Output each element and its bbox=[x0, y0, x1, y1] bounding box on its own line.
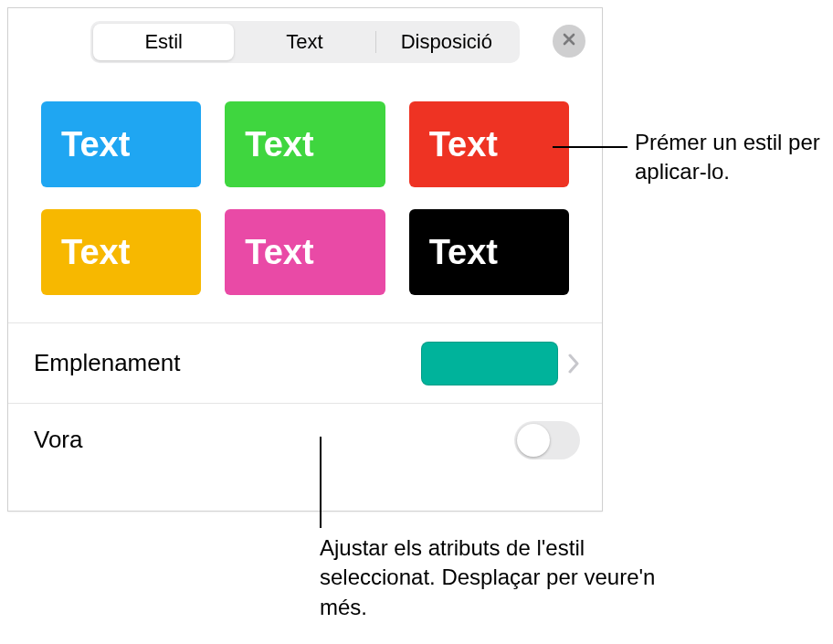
tab-text[interactable]: Text bbox=[234, 24, 374, 60]
close-icon bbox=[562, 32, 576, 50]
tab-style-label: Estil bbox=[144, 30, 183, 54]
callout-apply-style: Prémer un estil per aplicar-lo. bbox=[635, 128, 827, 187]
style-swatch-red[interactable]: Text bbox=[409, 101, 569, 187]
style-swatch-green[interactable]: Text bbox=[225, 101, 385, 187]
style-swatch-black[interactable]: Text bbox=[409, 209, 569, 295]
border-label: Vora bbox=[34, 426, 83, 454]
fill-row-right bbox=[421, 342, 580, 385]
fill-row[interactable]: Emplenament bbox=[8, 322, 602, 403]
fill-color-swatch[interactable] bbox=[421, 342, 558, 385]
style-swatch-label: Text bbox=[429, 125, 498, 164]
tab-bar: Estil Text Disposició bbox=[90, 21, 520, 63]
callout-connector bbox=[320, 437, 322, 528]
style-swatch-blue[interactable]: Text bbox=[41, 101, 201, 187]
border-toggle[interactable] bbox=[514, 421, 580, 459]
tab-style[interactable]: Estil bbox=[93, 24, 234, 60]
toggle-thumb bbox=[517, 424, 550, 457]
callout-adjust-attributes: Ajustar els atributs de l'estil seleccio… bbox=[320, 533, 667, 622]
style-swatches-grid: Text Text Text Text Text Text bbox=[8, 74, 602, 322]
style-swatch-yellow[interactable]: Text bbox=[41, 209, 201, 295]
style-swatch-label: Text bbox=[245, 233, 313, 272]
style-swatch-label: Text bbox=[61, 125, 130, 164]
tab-layout-label: Disposició bbox=[401, 30, 492, 54]
style-swatch-label: Text bbox=[245, 125, 313, 164]
style-swatch-label: Text bbox=[61, 233, 130, 272]
callout-connector bbox=[553, 146, 627, 148]
tab-layout[interactable]: Disposició bbox=[376, 24, 517, 60]
border-row: Vora bbox=[8, 403, 602, 476]
tab-bar-wrapper: Estil Text Disposició bbox=[8, 8, 602, 74]
tab-text-label: Text bbox=[286, 30, 322, 54]
style-swatch-pink[interactable]: Text bbox=[225, 209, 385, 295]
style-panel: Estil Text Disposició Text Text Text T bbox=[7, 7, 603, 512]
close-button[interactable] bbox=[553, 25, 585, 58]
style-swatch-label: Text bbox=[429, 233, 498, 272]
fill-label: Emplenament bbox=[34, 349, 180, 377]
chevron-right-icon bbox=[567, 354, 580, 374]
